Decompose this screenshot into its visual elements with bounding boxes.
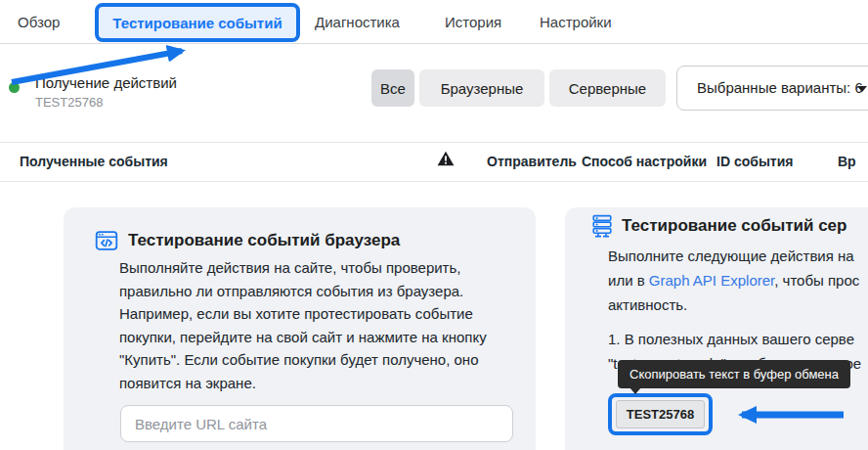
site-url-input[interactable]: [120, 405, 513, 442]
event-type-filter-group: Все Браузерные Серверные: [371, 69, 666, 107]
server-icon: [590, 214, 614, 238]
annotation-arrow-test-code: [718, 403, 855, 427]
tab-event-testing[interactable]: Тестирование событий: [95, 3, 300, 42]
card-text-line: Выполните следующие действия на: [608, 244, 868, 268]
table-border-top: [0, 142, 868, 143]
warning-icon: [437, 151, 455, 166]
card-text-line: 1. В полезных данных вашего серве: [608, 327, 868, 351]
card-text-line: "Купить". Если событие покупки будет пол…: [119, 348, 512, 372]
table-border-bottom: [0, 181, 868, 182]
card-text-line: активность.: [608, 292, 868, 317]
variants-dropdown[interactable]: Выбранные варианты: 6: [676, 66, 868, 111]
copy-tooltip: Скопировать текст в буфер обмена: [618, 360, 850, 388]
browser-events-card: Тестирование событий браузера Выполняйте…: [64, 207, 536, 450]
browser-card-description: Выполняйте действия на сайте, чтобы пров…: [119, 256, 512, 394]
tab-settings[interactable]: Настройки: [540, 14, 612, 30]
column-received-events: Полученные события: [20, 154, 168, 169]
annotation-arrow-tab: [0, 39, 225, 93]
column-time: Вр: [838, 154, 856, 169]
filter-browser-button[interactable]: Браузерные: [419, 69, 544, 107]
variants-dropdown-label: Выбранные варианты: 6: [697, 67, 863, 110]
filter-server-button[interactable]: Серверные: [549, 69, 666, 107]
annotation-highlight-test-code: TEST25768: [608, 393, 713, 435]
chevron-down-icon: [857, 86, 867, 92]
tab-history[interactable]: История: [445, 14, 501, 30]
events-manager-testing-page: Обзор Тестирование событий Диагностика И…: [0, 0, 868, 450]
pixel-id: TEST25768: [35, 95, 103, 110]
tab-diagnostics[interactable]: Диагностика: [315, 14, 400, 30]
card-text-line: покупки, перейдите на свой сайт и нажмит…: [119, 326, 512, 349]
column-sender: Отправитель: [487, 154, 577, 169]
tab-overview[interactable]: Обзор: [18, 14, 60, 30]
card-text-line: Выполняйте действия на сайте, чтобы пров…: [119, 256, 512, 280]
server-card-description: Выполните следующие действия на или в Gr…: [608, 244, 868, 376]
browser-card-title: Тестирование событий браузера: [128, 231, 400, 250]
test-code-button[interactable]: TEST25768: [616, 400, 705, 428]
card-text-line: появится на экране.: [119, 372, 512, 395]
annotation-tooltip-pointer: [629, 387, 641, 394]
card-text-line: правильно ли отправляются события из бра…: [119, 280, 512, 303]
graph-api-explorer-link[interactable]: Graph API Explorer: [649, 272, 774, 289]
filter-all-button[interactable]: Все: [371, 69, 414, 107]
browser-window-code-icon: [95, 229, 118, 252]
card-text-line: Например, если вы хотите протестировать …: [119, 302, 512, 326]
column-event-id: ID события: [716, 154, 793, 169]
server-card-title: Тестирование событий сер: [622, 216, 846, 236]
card-text-line: или в Graph API Explorer, чтобы прос: [608, 268, 868, 292]
column-setup-method: Способ настройки: [582, 154, 707, 169]
